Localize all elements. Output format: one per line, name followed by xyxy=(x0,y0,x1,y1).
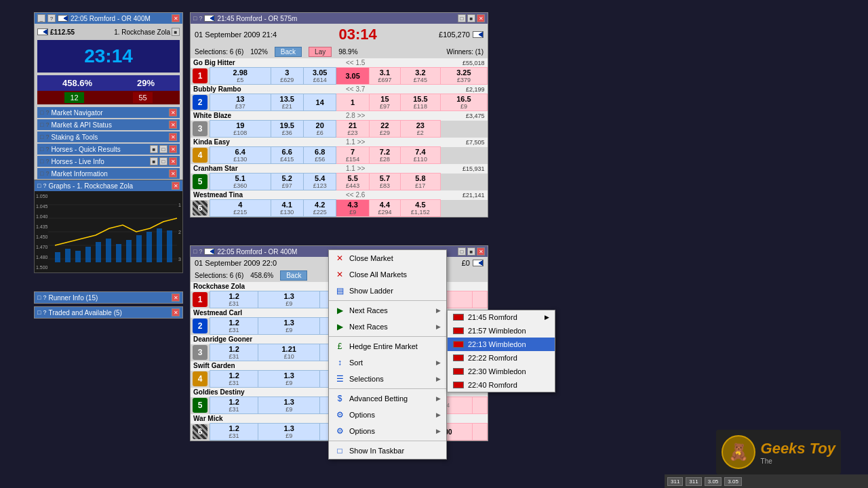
back-cell[interactable]: 1.2£31 xyxy=(210,318,258,335)
ri-icon[interactable]: □ xyxy=(37,294,41,301)
sub-romford-2222[interactable]: 22:22 Romford xyxy=(448,351,555,365)
sidebar-quick-results[interactable]: □ ? Horses - Quick Results ■ □ ✕ xyxy=(37,144,180,155)
lay-cell[interactable] xyxy=(472,291,487,308)
lay-cell[interactable]: 7.2£28 xyxy=(369,147,400,164)
help-btn[interactable]: ? xyxy=(47,14,56,22)
back-cell[interactable]: 19£108 xyxy=(210,121,271,138)
api-close[interactable]: ✕ xyxy=(169,121,177,129)
ri-help[interactable]: ? xyxy=(43,294,46,301)
bm-max2[interactable]: ■ xyxy=(467,247,475,256)
back-button[interactable]: Back xyxy=(275,47,302,57)
back-cell[interactable]: 4.1£130 xyxy=(271,200,303,217)
lay-cell[interactable]: 5.7£83 xyxy=(369,174,400,190)
lay-cell[interactable]: 23£2 xyxy=(400,121,440,138)
back-cell[interactable]: 1.3£9 xyxy=(258,371,320,388)
ctx-options-1[interactable]: ⚙ Options ▶ xyxy=(329,407,446,423)
back-cell[interactable]: 6.8£56 xyxy=(303,147,336,164)
sub-wimbledon-2213[interactable]: 22:13 Wimbledon xyxy=(448,338,555,351)
lay-cell[interactable]: 7£154 xyxy=(336,147,369,164)
tm-help[interactable]: ? xyxy=(199,15,202,22)
ri-close[interactable]: ✕ xyxy=(172,293,180,302)
bm-back-button[interactable]: Back xyxy=(280,270,307,281)
tb-btn-1[interactable]: 311 xyxy=(667,477,683,486)
lay-cell[interactable]: 16.5£9 xyxy=(440,94,487,111)
back-cell[interactable]: 4£215 xyxy=(210,200,271,217)
lay-cell[interactable]: 3.2£745 xyxy=(400,68,440,85)
ctx-next-races-2[interactable]: ▶ Next Races ▶ xyxy=(329,319,446,335)
mi-close[interactable]: ✕ xyxy=(169,169,177,178)
back-cell[interactable]: 19.5£36 xyxy=(271,121,303,138)
bm-close[interactable]: ✕ xyxy=(477,247,485,256)
graph-min[interactable]: □ xyxy=(37,182,41,189)
tr-help[interactable]: ? xyxy=(43,309,46,316)
sub-romford-2145[interactable]: 21:45 Romford ▶ xyxy=(448,310,555,324)
back-cell[interactable]: 14 xyxy=(303,94,336,111)
lay-cell[interactable] xyxy=(472,424,487,441)
tr-close[interactable]: ✕ xyxy=(172,308,180,317)
lay-cell[interactable]: 22£29 xyxy=(369,121,400,138)
back-cell[interactable]: 1.2£31 xyxy=(210,371,258,388)
back-cell[interactable]: 13£37 xyxy=(210,94,271,111)
sidebar-live-info[interactable]: □ ? Horses - Live Info ■ □ ✕ xyxy=(37,156,180,167)
tr-icon[interactable]: □ xyxy=(37,309,41,316)
ctx-sort[interactable]: ↕ Sort ▶ xyxy=(329,354,446,371)
tm-max[interactable]: □ xyxy=(458,14,466,22)
nav-close[interactable]: ✕ xyxy=(169,108,177,117)
li-close[interactable]: ✕ xyxy=(169,157,177,165)
back-cell[interactable]: 13.5£21 xyxy=(271,94,303,111)
tb-btn-3[interactable]: 3.05 xyxy=(705,477,722,486)
bm-min[interactable]: □ xyxy=(193,248,197,255)
back-cell[interactable]: 1.2£31 xyxy=(210,344,258,361)
tb-btn-2[interactable]: 311 xyxy=(686,477,701,486)
lay-cell[interactable] xyxy=(472,397,487,414)
sidebar-api-status[interactable]: □ ? Market & API Status ✕ xyxy=(37,119,180,130)
sidebar-market-navigator[interactable]: □ ? Market Navigator ✕ xyxy=(37,107,180,118)
ctx-close-all[interactable]: ✕ Close All Markets xyxy=(329,266,446,283)
qr-close[interactable]: ✕ xyxy=(169,145,177,153)
qr-max[interactable]: □ xyxy=(159,145,167,153)
ctx-advanced[interactable]: $ Advanced Betting ▶ xyxy=(329,390,446,407)
lay-cell[interactable]: 21£23 xyxy=(336,121,369,138)
back-cell[interactable]: 1.2£31 xyxy=(210,424,258,441)
back-cell[interactable]: 1.3£9 xyxy=(258,318,320,335)
back-cell[interactable]: 1.2£31 xyxy=(210,397,258,414)
lay-cell[interactable]: 1 xyxy=(336,94,369,111)
sub-wimbledon-2157[interactable]: 21:57 Wimbledon xyxy=(448,324,555,338)
ctx-show-taskbar[interactable]: □ Show In Taskbar xyxy=(329,443,446,459)
graph-help[interactable]: ? xyxy=(43,182,46,189)
lay-cell[interactable]: 4.4£294 xyxy=(369,200,400,217)
back-cell[interactable]: 1.3£9 xyxy=(258,397,320,414)
sub-romford-2240[interactable]: 22:40 Romford xyxy=(448,378,555,392)
back-cell[interactable]: 1.3£9 xyxy=(258,291,320,308)
back-cell[interactable]: 20£6 xyxy=(303,121,336,138)
bm-help[interactable]: ? xyxy=(199,248,202,255)
lay-cell[interactable]: 3.05 xyxy=(336,68,369,85)
back-cell[interactable]: 3.05£614 xyxy=(303,68,336,85)
lay-cell[interactable]: 4.3£9 xyxy=(336,200,369,217)
li-min[interactable]: ■ xyxy=(150,157,158,165)
lay-cell[interactable]: 15£97 xyxy=(369,94,400,111)
lay-button[interactable]: Lay xyxy=(309,47,332,57)
back-cell[interactable]: 5.4£123 xyxy=(303,174,336,190)
lay-cell[interactable]: 3.1£697 xyxy=(369,68,400,85)
back-cell[interactable]: 2.98£5 xyxy=(210,68,271,85)
horse-btn[interactable]: ■ xyxy=(172,28,180,36)
tb-btn-4[interactable]: 3.05 xyxy=(724,477,742,486)
back-cell[interactable]: 5.2£97 xyxy=(271,174,303,190)
ctx-next-races-1[interactable]: ▶ Next Races ▶ xyxy=(329,302,446,319)
tm-close[interactable]: ✕ xyxy=(477,14,485,22)
sidebar-market-info[interactable]: □ ? Market Information ✕ xyxy=(37,168,180,179)
back-cell[interactable]: 4.2£225 xyxy=(303,200,336,217)
back-cell[interactable]: 6.6£415 xyxy=(271,147,303,164)
lay-cell[interactable]: 5.5£443 xyxy=(336,174,369,190)
lay-cell[interactable]: 15.5£118 xyxy=(400,94,440,111)
sidebar-staking[interactable]: □ ? Staking & Tools ✕ xyxy=(37,131,180,142)
close-btn[interactable]: ✕ xyxy=(172,14,180,22)
back-cell[interactable]: 3£629 xyxy=(271,68,303,85)
lay-cell[interactable]: 5.8£17 xyxy=(400,174,440,190)
lay-cell[interactable]: 4.5£1,152 xyxy=(400,200,440,217)
ctx-hedge[interactable]: £ Hedge Entire Market xyxy=(329,338,446,354)
li-max[interactable]: □ xyxy=(159,157,167,165)
sub-wimbledon-2230[interactable]: 22:30 Wimbledon xyxy=(448,365,555,378)
ctx-show-ladder[interactable]: ▤ Show Ladder xyxy=(329,283,446,299)
